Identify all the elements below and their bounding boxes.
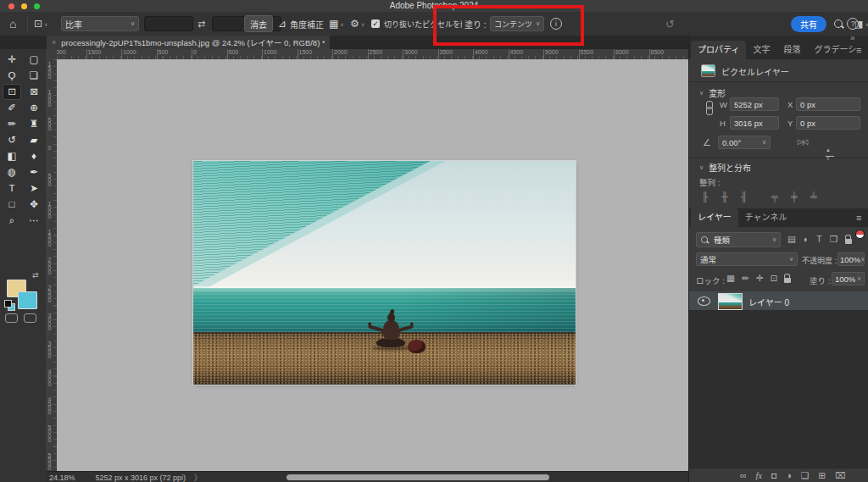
hand-tool-icon[interactable]: ✥ [25,197,43,213]
filter-smart-objects-icon[interactable] [845,239,852,244]
opacity-input[interactable]: 100% ∨ [837,252,865,266]
swap-dimensions-icon[interactable]: ⇄ [198,19,205,30]
object-selection-tool-icon[interactable]: ❏ [25,68,43,84]
filter-adjustment-layers-icon[interactable]: ◐ [804,234,809,244]
canvas-area[interactable] [57,59,688,471]
quick-mask-icon[interactable] [5,313,18,323]
info-icon[interactable]: i [550,18,562,30]
zoom-tool-icon[interactable]: ⌕ [3,213,21,229]
lock-pixels-icon[interactable]: ✏ [742,273,749,283]
lasso-tool-icon[interactable]: Ϙ [3,68,21,84]
crop-tool-icon[interactable]: ⊡ [3,84,21,100]
blend-mode-select[interactable]: 通常 ∨ [696,252,798,266]
x-input[interactable]: 0 px [796,97,860,111]
transform-section-header[interactable]: ∨ 変形 [699,86,726,99]
workspace-switcher-button[interactable]: ◨ ∨ [854,12,868,36]
flip-horizontal-icon[interactable]: ▷|◁ [798,138,807,146]
share-button[interactable]: 共有 [791,16,826,32]
layer-visibility-eye-icon[interactable] [698,296,710,306]
layer-effects-icon[interactable]: fx [756,471,763,480]
height-input[interactable]: 3016 px [730,116,779,130]
new-layer-icon[interactable]: ⊞ [818,470,826,480]
layer-group-icon[interactable]: ❏ [801,470,809,480]
rectangle-tool-icon[interactable]: □ [3,197,21,213]
crop-ratio-select[interactable]: 比率 ∨ [61,16,139,31]
adjustment-layer-icon[interactable]: ◑ [786,470,791,480]
layer-thumbnail[interactable] [718,293,743,310]
zoom-level[interactable]: 24.18% [49,474,75,482]
tab-character[interactable]: 文字 [746,41,776,59]
crop-tool-preset-button[interactable]: ⊡ ∨ [34,12,47,36]
layer-fill-input[interactable]: 100% ∨ [832,272,865,285]
home-icon[interactable]: ⌂ [9,17,16,30]
delete-layer-icon[interactable]: ⌧ [835,470,845,480]
background-color-swatch[interactable] [18,291,37,309]
rotation-input[interactable]: 0.00° ∨ [718,136,771,149]
layer-name[interactable]: レイヤー 0 [748,296,789,308]
status-arrow-icon[interactable]: 〉 [194,472,202,482]
dodge-tool-icon[interactable]: ◍ [3,164,21,180]
lock-position-icon[interactable]: ✛ [756,273,764,283]
tab-properties[interactable]: プロパティ [691,41,746,59]
edit-toolbar-icon[interactable]: ⋯ [25,213,43,229]
crop-width-input[interactable] [144,16,193,31]
clear-button[interactable]: 消去 [244,15,273,32]
eyedropper-tool-icon[interactable]: ✐ [3,100,21,116]
eraser-tool-icon[interactable]: ▰ [25,132,43,148]
screen-mode-icon[interactable] [24,313,36,323]
reset-icon[interactable]: ↺ [665,18,675,30]
filter-pixel-layers-icon[interactable]: ▤ [787,234,796,244]
delete-cropped-pixels-checkbox[interactable]: ✓ [371,12,380,36]
history-brush-tool-icon[interactable]: ↺ [3,132,21,148]
straighten-button[interactable]: ⊿ 角度補正 [278,12,324,36]
blur-tool-icon[interactable]: ♦ [25,148,43,164]
brush-tool-icon[interactable]: ✏ [3,116,21,132]
lock-all-icon[interactable] [784,278,791,283]
lock-transparent-icon[interactable]: ▦ [726,273,735,283]
search-icon[interactable] [834,19,843,28]
crop-settings-button[interactable]: ⚙ ∨ [350,12,364,36]
move-tool-icon[interactable]: ✛ [3,52,21,68]
width-input[interactable]: 5252 px [730,97,779,111]
align-bottom-icon[interactable]: ╧ [808,191,820,202]
tab-paragraph[interactable]: 段落 [776,41,807,59]
link-layers-icon[interactable]: ∞ [740,470,747,480]
fill-mode-select[interactable]: コンテンツに応… ∨ [490,16,544,31]
layer-row[interactable]: レイヤー 0 [689,291,868,310]
path-selection-tool-icon[interactable]: ➤ [25,180,43,197]
close-tab-icon[interactable]: × [52,38,56,47]
filter-toggle-pin[interactable] [855,230,865,239]
align-left-icon[interactable]: ╟ [699,191,711,202]
layer-mask-icon[interactable]: ◘ [771,470,776,480]
filter-type-layers-icon[interactable]: T [816,234,821,244]
lock-artboard-icon[interactable]: ⊡ [771,273,778,283]
panel-menu-icon[interactable]: ≡ [856,45,860,55]
document-image[interactable] [193,161,576,385]
clone-stamp-tool-icon[interactable]: ♜ [25,116,43,132]
layer-filter-select[interactable]: 種類 ∨ [696,232,781,247]
overlay-options-button[interactable]: ▦ ∨ [329,12,344,36]
ruler-vertical[interactable]: 1500100050005001000150020002500300035004… [46,59,58,471]
tab-layers[interactable]: レイヤー [691,208,738,227]
link-dimensions-icon[interactable] [706,101,712,114]
flip-vertical-icon[interactable]: ▼ [825,151,835,161]
panel-menu-icon[interactable]: ≡ [856,213,860,223]
align-center-h-icon[interactable]: ╫ [719,191,731,202]
align-top-icon[interactable]: ╤ [769,191,781,202]
y-input[interactable]: 0 px [796,116,860,130]
tab-channels[interactable]: チャンネル [738,208,794,227]
align-right-icon[interactable]: ╢ [738,191,750,202]
healing-brush-tool-icon[interactable]: ⊕ [25,100,43,116]
default-colors-icon[interactable] [4,300,14,310]
frame-tool-icon[interactable]: ⊠ [25,84,43,100]
align-center-v-icon[interactable]: ╪ [788,191,800,202]
pen-tool-icon[interactable]: ✒ [25,164,43,180]
align-section-header[interactable]: ∨ 整列と分布 [699,161,751,174]
type-tool-icon[interactable]: T [3,180,21,197]
filter-shape-layers-icon[interactable]: ❒ [830,234,837,244]
horizontal-scrollbar[interactable] [287,474,549,480]
swap-colors-icon[interactable]: ⇄ [32,271,39,280]
gradient-tool-icon[interactable]: ◧ [3,148,21,164]
marquee-tool-icon[interactable]: ▢ [25,52,43,68]
document-tab[interactable]: × processingly-2pUP1Ts1bmo-unsplash.jpg … [47,36,330,49]
